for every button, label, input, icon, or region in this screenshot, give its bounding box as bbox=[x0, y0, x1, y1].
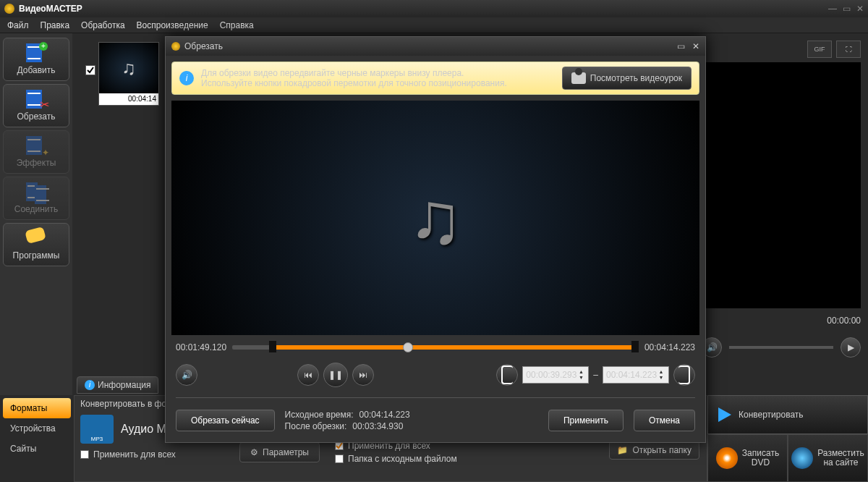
dialog-close-icon[interactable]: ✕ bbox=[692, 41, 699, 51]
app-title: ВидеоМАСТЕР bbox=[19, 4, 82, 14]
bracket-right-icon bbox=[678, 365, 690, 384]
apply-all-label: Применить для всех bbox=[93, 449, 176, 460]
format-icon: MP3 bbox=[80, 415, 114, 444]
trim-label: Обрезать bbox=[17, 111, 56, 122]
menu-edit[interactable]: Правка bbox=[41, 20, 70, 30]
dvd-label2: DVD bbox=[752, 457, 770, 468]
music-note-icon: ♫ bbox=[122, 57, 136, 80]
web-label2: на сайте bbox=[823, 457, 858, 468]
apply-all-checkbox[interactable] bbox=[80, 450, 89, 459]
in-time-input[interactable]: 00:00:39.293▲▼ bbox=[522, 366, 589, 384]
trim-now-button[interactable]: Обрезать сейчас bbox=[176, 410, 275, 431]
clip-checkbox[interactable] bbox=[85, 65, 95, 75]
menu-file[interactable]: Файл bbox=[7, 20, 29, 30]
spin-down-icon[interactable]: ▼ bbox=[576, 375, 585, 381]
params-button[interactable]: ⚙ Параметры bbox=[239, 442, 320, 462]
minimize-icon[interactable]: — bbox=[828, 4, 837, 14]
trim-dialog: Обрезать ▭ ✕ i Для обрезки видео передви… bbox=[165, 36, 706, 443]
maximize-icon[interactable]: ▭ bbox=[843, 4, 851, 14]
open-folder-button[interactable]: 📁 Открыть папку bbox=[609, 441, 699, 460]
folder-icon: 📁 bbox=[617, 445, 628, 455]
spin-up-icon[interactable]: ▲ bbox=[657, 369, 665, 375]
play-icon: ▶ bbox=[848, 342, 854, 352]
pause-icon: ❚❚ bbox=[328, 370, 343, 380]
gear-icon: ⚙ bbox=[250, 447, 258, 457]
join-button[interactable]: Соединить bbox=[3, 177, 69, 220]
spin-down-icon[interactable]: ▼ bbox=[657, 375, 665, 381]
info-tab[interactable]: i Информация bbox=[77, 376, 158, 394]
src-time-label: Исходное время: bbox=[285, 410, 354, 420]
publish-web-button[interactable]: Разместитьна сайте bbox=[788, 434, 868, 482]
speaker-icon: 🔊 bbox=[182, 370, 192, 380]
tab-sites[interactable]: Сайты bbox=[3, 439, 71, 459]
dialog-icon bbox=[171, 42, 180, 51]
source-folder-checkbox[interactable] bbox=[335, 454, 344, 463]
gif-button[interactable]: GIF bbox=[807, 41, 832, 58]
info-tab-label: Информация bbox=[98, 380, 150, 390]
trim-marker-end[interactable] bbox=[631, 341, 639, 352]
tab-devices[interactable]: Устройства bbox=[3, 418, 71, 439]
join-label: Соединить bbox=[14, 204, 59, 214]
web-label1: Разместить bbox=[817, 448, 864, 458]
prev-frame-button[interactable]: ⏮ bbox=[297, 364, 319, 386]
dialog-volume-button[interactable]: 🔊 bbox=[176, 364, 197, 386]
music-note-icon: ♫ bbox=[409, 177, 463, 260]
sparkle-icon: ✦ bbox=[42, 148, 49, 158]
clip-thumbnail[interactable]: ♫ 00:04:14 bbox=[98, 42, 159, 106]
disc-icon bbox=[716, 447, 738, 469]
app-logo-icon bbox=[4, 4, 14, 14]
spin-up-icon[interactable]: ▲ bbox=[576, 369, 585, 375]
playhead-handle[interactable] bbox=[403, 342, 413, 352]
apply-button[interactable]: Применить bbox=[548, 410, 624, 431]
hint-bar: i Для обрезки видео передвигайте черные … bbox=[171, 62, 699, 95]
globe-icon bbox=[791, 447, 813, 469]
clip-duration: 00:04:14 bbox=[99, 93, 158, 105]
hint-info-icon: i bbox=[179, 71, 194, 85]
dvd-label1: Записать bbox=[742, 448, 779, 458]
tab-formats[interactable]: Форматы bbox=[3, 398, 71, 418]
watch-lesson-button[interactable]: Посмотреть видеоурок bbox=[562, 67, 692, 90]
out-time-input[interactable]: 00:04:14.223▲▼ bbox=[603, 366, 669, 384]
set-in-button[interactable] bbox=[496, 364, 518, 386]
effects-button[interactable]: ✦ Эффекты bbox=[3, 130, 69, 174]
trim-button[interactable]: ✂ Обрезать bbox=[3, 84, 69, 127]
effects-label: Эффекты bbox=[17, 158, 56, 168]
burn-dvd-button[interactable]: ЗаписатьDVD bbox=[707, 434, 788, 482]
time-left: 00:01:49.120 bbox=[176, 342, 226, 352]
preview-time: 00:00:00 bbox=[702, 316, 861, 326]
fullscreen-button[interactable]: ⛶ bbox=[836, 41, 861, 58]
src-time-value: 00:04:14.223 bbox=[359, 410, 410, 420]
plus-icon: + bbox=[39, 42, 48, 51]
dialog-minimize-icon[interactable]: ▭ bbox=[677, 41, 685, 51]
programs-button[interactable]: Программы bbox=[3, 223, 69, 266]
format-name: Аудио M bbox=[121, 423, 166, 436]
convert-button[interactable]: Конвертировать bbox=[707, 395, 868, 434]
camera-icon bbox=[571, 72, 586, 84]
source-folder-label: Папка с исходным файлом bbox=[348, 454, 457, 464]
scissors-icon: ✂ bbox=[40, 98, 49, 111]
close-icon[interactable]: ✕ bbox=[856, 4, 864, 14]
preview-video bbox=[702, 62, 861, 308]
trim-marker-start[interactable] bbox=[269, 341, 276, 352]
programs-label: Программы bbox=[13, 250, 60, 261]
convert-label: Конвертировать bbox=[739, 410, 804, 420]
add-button[interactable]: + Добавить bbox=[3, 38, 69, 81]
set-out-button[interactable] bbox=[673, 364, 695, 386]
play-button[interactable]: ▶ bbox=[841, 337, 861, 358]
menu-process[interactable]: Обработка bbox=[81, 20, 125, 30]
after-time-label: После обрезки: bbox=[285, 421, 347, 431]
lesson-label: Посмотреть видеоурок bbox=[590, 73, 682, 83]
params-label: Параметры bbox=[263, 447, 309, 457]
add-label: Добавить bbox=[17, 65, 55, 75]
dialog-title: Обрезать bbox=[184, 41, 223, 51]
trim-track[interactable] bbox=[232, 345, 639, 350]
next-frame-button[interactable]: ⏭ bbox=[352, 364, 374, 386]
menu-playback[interactable]: Воспроизведение bbox=[137, 20, 208, 30]
time-right: 00:04:14.223 bbox=[644, 342, 695, 352]
pause-button[interactable]: ❚❚ bbox=[323, 363, 348, 387]
dash: – bbox=[593, 370, 598, 380]
menu-help[interactable]: Справка bbox=[220, 20, 254, 30]
cancel-button[interactable]: Отмена bbox=[634, 410, 695, 431]
step-back-icon: ⏮ bbox=[304, 370, 312, 380]
volume-slider[interactable] bbox=[729, 346, 833, 349]
